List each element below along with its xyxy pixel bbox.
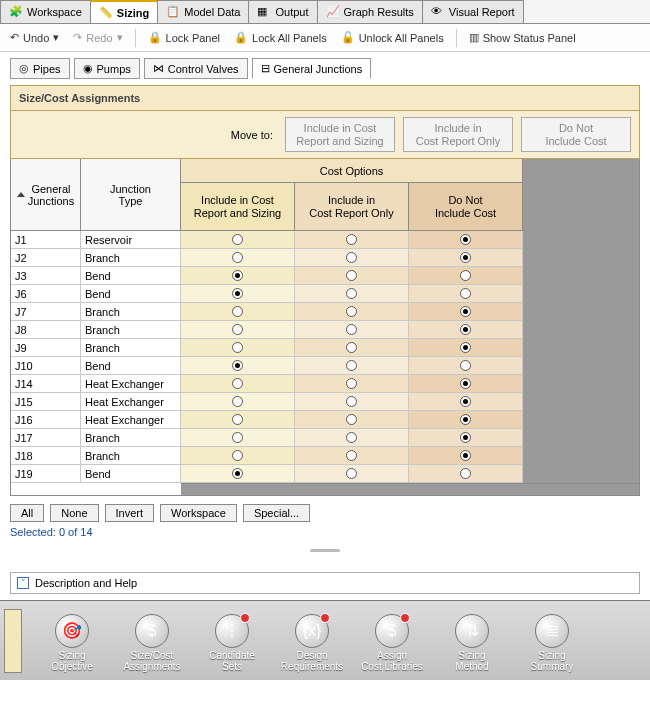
radio-option-3[interactable] [460, 324, 471, 335]
radio-option-3[interactable] [460, 468, 471, 479]
nav-sizing[interactable]: ≣ Sizing Summary [512, 610, 592, 672]
nav-size-cost[interactable]: $ Size/Cost Assignments [112, 610, 192, 672]
nav-sizing[interactable]: 🎯 Sizing Objective [32, 610, 112, 672]
radio-option-2[interactable] [346, 378, 357, 389]
radio-option-1[interactable] [232, 396, 243, 407]
radio-option-1[interactable] [232, 270, 243, 281]
tab-visual-report[interactable]: 👁Visual Report [422, 0, 524, 23]
radio-option-3[interactable] [460, 432, 471, 443]
nav-assign[interactable]: $ Assign Cost Libraries [352, 610, 432, 672]
unlock-all-button[interactable]: 🔓Unlock All Panels [337, 29, 448, 46]
select-all-button[interactable]: All [10, 504, 44, 522]
nav-sizing[interactable]: ⇅ Sizing Method [432, 610, 512, 672]
radio-option-1[interactable] [232, 432, 243, 443]
radio-option-3[interactable] [460, 270, 471, 281]
radio-option-2[interactable] [346, 252, 357, 263]
table-row[interactable]: J2 Branch [11, 249, 181, 267]
junction-type: Bend [81, 465, 181, 483]
radio-option-1[interactable] [232, 252, 243, 263]
lock-all-button[interactable]: 🔒Lock All Panels [230, 29, 331, 46]
subtab-pumps[interactable]: ◉Pumps [74, 58, 140, 79]
radio-option-2[interactable] [346, 396, 357, 407]
nav-candidate[interactable]: ⋮ Candidate Sets [192, 610, 272, 672]
table-row[interactable]: J3 Bend [11, 267, 181, 285]
tab-workspace[interactable]: 🧩Workspace [0, 0, 91, 23]
radio-option-1[interactable] [232, 306, 243, 317]
col-junction-type[interactable]: Junction Type [81, 159, 181, 231]
select-none-button[interactable]: None [50, 504, 98, 522]
redo-button[interactable]: ↷Redo ▾ [69, 29, 126, 46]
description-panel[interactable]: ˅ Description and Help [10, 572, 640, 594]
eye-icon: 👁 [431, 5, 445, 19]
radio-option-3[interactable] [460, 288, 471, 299]
table-row[interactable]: J7 Branch [11, 303, 181, 321]
table-row[interactable]: J19 Bend [11, 465, 181, 483]
radio-option-2[interactable] [346, 288, 357, 299]
select-invert-button[interactable]: Invert [105, 504, 155, 522]
move-exclude-button[interactable]: Do Not Include Cost [521, 117, 631, 152]
table-row[interactable]: J6 Bend [11, 285, 181, 303]
cell-exclude [409, 339, 523, 357]
radio-option-2[interactable] [346, 360, 357, 371]
lock-panel-button[interactable]: 🔒Lock Panel [144, 29, 224, 46]
table-row[interactable]: J8 Branch [11, 321, 181, 339]
tab-output[interactable]: ▦Output [248, 0, 317, 23]
tab-graph-results[interactable]: 📈Graph Results [317, 0, 423, 23]
show-status-button[interactable]: ▥Show Status Panel [465, 29, 580, 46]
table-row[interactable]: J10 Bend [11, 357, 181, 375]
radio-option-1[interactable] [232, 360, 243, 371]
radio-option-3[interactable] [460, 378, 471, 389]
subtab-general-junctions[interactable]: ⊟General Junctions [252, 58, 372, 79]
radio-option-3[interactable] [460, 450, 471, 461]
radio-option-1[interactable] [232, 450, 243, 461]
subtab-control-valves[interactable]: ⋈Control Valves [144, 58, 248, 79]
radio-option-3[interactable] [460, 306, 471, 317]
radio-option-1[interactable] [232, 468, 243, 479]
subtab-pipes[interactable]: ◎Pipes [10, 58, 70, 79]
radio-option-3[interactable] [460, 414, 471, 425]
radio-option-2[interactable] [346, 324, 357, 335]
radio-option-3[interactable] [460, 342, 471, 353]
table-row[interactable]: J15 Heat Exchanger [11, 393, 181, 411]
nav-design[interactable]: {x} Design Requirements [272, 610, 352, 672]
tab-sizing[interactable]: 📏Sizing [90, 0, 158, 23]
radio-option-1[interactable] [232, 324, 243, 335]
table-row[interactable]: J16 Heat Exchanger [11, 411, 181, 429]
radio-option-3[interactable] [460, 252, 471, 263]
table-row[interactable]: J18 Branch [11, 447, 181, 465]
table-row[interactable]: J1 Reservoir [11, 231, 181, 249]
junction-type: Heat Exchanger [81, 411, 181, 429]
radio-option-3[interactable] [460, 396, 471, 407]
move-include-sizing-button[interactable]: Include in Cost Report and Sizing [285, 117, 395, 152]
undo-button[interactable]: ↶Undo ▾ [6, 29, 63, 46]
expand-icon[interactable]: ˅ [17, 577, 29, 589]
table-row[interactable]: J14 Heat Exchanger [11, 375, 181, 393]
side-handle[interactable] [4, 609, 22, 673]
col-general-junctions[interactable]: General Junctions [11, 159, 81, 231]
radio-option-2[interactable] [346, 234, 357, 245]
radio-option-1[interactable] [232, 288, 243, 299]
radio-option-1[interactable] [232, 414, 243, 425]
radio-option-2[interactable] [346, 468, 357, 479]
tab-model-data[interactable]: 📋Model Data [157, 0, 249, 23]
splitter-grip[interactable] [10, 546, 640, 554]
radio-option-1[interactable] [232, 342, 243, 353]
table-row[interactable]: J9 Branch [11, 339, 181, 357]
radio-option-2[interactable] [346, 270, 357, 281]
radio-option-2[interactable] [346, 342, 357, 353]
radio-option-2[interactable] [346, 414, 357, 425]
radio-option-3[interactable] [460, 360, 471, 371]
select-special-button[interactable]: Special... [243, 504, 310, 522]
nav-icon: ⋮ [215, 614, 249, 648]
junction-id: J10 [11, 357, 81, 375]
radio-option-2[interactable] [346, 306, 357, 317]
radio-option-1[interactable] [232, 234, 243, 245]
move-include-report-button[interactable]: Include in Cost Report Only [403, 117, 513, 152]
radio-option-2[interactable] [346, 450, 357, 461]
panel-title: Size/Cost Assignments [10, 85, 640, 111]
table-row[interactable]: J17 Branch [11, 429, 181, 447]
select-workspace-button[interactable]: Workspace [160, 504, 237, 522]
radio-option-2[interactable] [346, 432, 357, 443]
radio-option-1[interactable] [232, 378, 243, 389]
radio-option-3[interactable] [460, 234, 471, 245]
